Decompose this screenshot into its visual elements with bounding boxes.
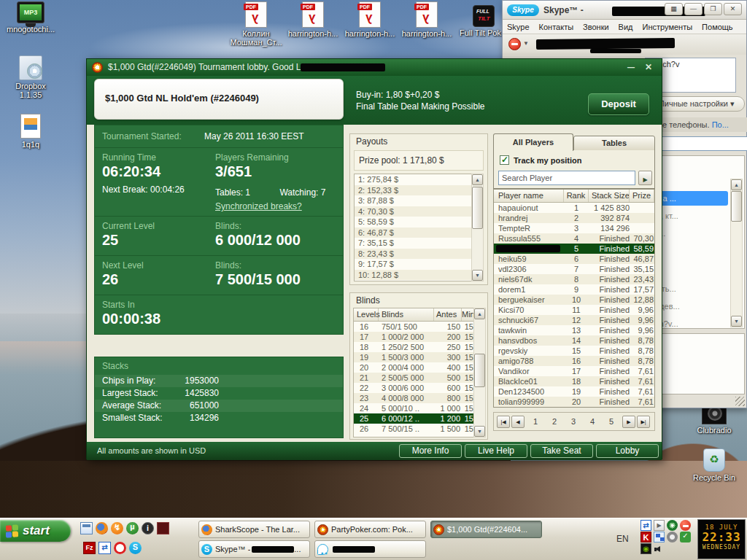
minimize-button[interactable] [625,63,637,73]
column-header-blinds[interactable]: Blinds [379,308,434,321]
blinds-row[interactable]: 25 6 000/12 .. 1 200 15 [354,413,485,424]
quick-launch-icon[interactable] [96,522,108,534]
menu-item[interactable]: Инструменты [643,20,693,34]
footer-button[interactable]: Live Help [465,444,527,458]
quick-launch-icon[interactable] [98,542,111,554]
tab-tables[interactable]: Tables [573,136,655,151]
player-row[interactable]: amigo788 16 Finished 8,78 [494,356,654,366]
phones-link[interactable]: По... [712,120,729,129]
quick-launch-icon[interactable] [157,522,169,534]
player-row[interactable]: Den1234500 19 Finished 7,61 [494,386,654,397]
player-row[interactable]: schnucki67 12 Finished 9,96 [494,315,654,325]
player-row[interactable]: vdl2306 7 Finished 35,15 [494,264,654,274]
desktop-icon[interactable]: 1q1q [3,114,58,149]
maximize-button[interactable]: ❐ [704,3,722,15]
menu-item[interactable]: Skype [507,20,530,34]
player-row[interactable]: niels67dk 8 Finished 23,43 [494,274,654,284]
column-header-rank[interactable]: Rank [564,190,589,202]
desktop-icon[interactable]: harrington-h... [398,1,455,47]
tray-icon[interactable] [640,520,651,531]
player-row[interactable]: tawkwin 13 Finished 9,96 [494,325,654,335]
player-row[interactable]: hansvdbos 14 Finished 8,78 [494,335,654,346]
blinds-row[interactable]: 21 2 500/5 000 500 15 [354,373,485,383]
page-number[interactable]: 1 [533,417,538,426]
taskbar-task-button[interactable]: $1,000 Gtd(#224604... [430,521,542,538]
column-header-player-name[interactable]: Player name [494,190,564,202]
previous-page-button[interactable] [511,416,525,428]
quick-launch-icon[interactable] [80,522,93,534]
desktop-icon[interactable]: Recycle Bin [684,446,744,482]
player-row[interactable]: 5 Finished 58,59 [494,244,654,254]
deposit-button[interactable]: Deposit [588,93,649,115]
close-button[interactable]: ✕ [724,3,742,15]
blinds-row[interactable]: 18 1 250/2 500 250 15 [354,342,485,352]
page-number[interactable]: 4 [590,417,595,426]
menu-item[interactable]: Звонки [583,20,609,34]
scrollbar-thumb[interactable] [731,191,742,222]
tray-icon[interactable] [654,520,665,531]
taskbar-task-button[interactable]: PartyPoker.com: Pok... [314,521,426,538]
tray-icon[interactable] [640,543,651,554]
column-header-antes[interactable]: Antes [434,308,462,321]
start-button[interactable]: start [0,520,71,542]
chevron-down-icon[interactable]: ▼ [523,40,529,47]
tray-icon[interactable] [640,532,651,542]
personal-settings-button[interactable]: Личные настройки ▾ [649,96,745,112]
player-row[interactable]: rgevskiy 15 Finished 8,78 [494,346,654,356]
next-page-button[interactable] [622,416,635,428]
player-row[interactable]: hrandrej 2 392 874 [494,213,654,223]
tray-icon[interactable] [654,532,665,542]
player-row[interactable]: hapauionut 1 1 425 830 [494,203,654,213]
quick-launch-icon[interactable] [142,522,154,534]
column-header-stack-size[interactable]: Stack Size [589,190,630,202]
player-row[interactable]: Kicsi70 11 Finished 9,96 [494,305,654,315]
player-row[interactable]: BlackIce01 18 Finished 7,61 [494,376,654,386]
desktop-icon[interactable]: harrington-h... [341,1,398,47]
footer-button[interactable]: Take Seat [530,444,593,458]
resize-grip[interactable] [735,397,745,406]
blinds-row[interactable]: 22 3 000/6 000 600 15 [354,383,485,393]
last-page-button[interactable] [637,416,650,428]
quick-launch-icon[interactable] [111,522,123,534]
page-number[interactable]: 2 [552,417,557,426]
scrollbar[interactable] [471,174,484,281]
search-go-button[interactable] [638,171,652,185]
taskbar-task-button[interactable]: SharkScope - The Lar... [198,521,310,538]
blinds-row[interactable]: 26 7 500/15 .. 1 500 15 [354,424,485,434]
scrollbar[interactable] [473,308,486,438]
quick-launch-icon[interactable] [114,542,126,554]
desktop-icon[interactable]: Коллин Мошман_Ст... [228,1,285,47]
blinds-row[interactable]: 19 1 500/3 000 300 15 [354,352,485,362]
tray-icon[interactable] [654,543,665,554]
footer-button[interactable]: More Info [399,444,462,458]
taskbar-task-button[interactable] [314,540,426,558]
tray-icon[interactable] [667,520,678,531]
scroll-down-button[interactable] [474,426,485,437]
quick-launch-icon[interactable] [83,542,96,554]
blinds-row[interactable]: 24 5 000/10 .. 1 000 15 [354,403,485,413]
minimize-button[interactable]: — [684,3,703,15]
desktop-icon[interactable]: mnogotochi... [3,1,58,34]
column-header-prize[interactable]: Prize [630,190,654,202]
desktop-icon[interactable]: Dropbox 1.1.35 [3,55,58,99]
close-button[interactable] [643,63,654,73]
quick-launch-icon[interactable] [129,542,142,554]
tray-icon[interactable] [680,520,691,531]
scrollbar[interactable] [730,179,743,327]
player-row[interactable]: Russula555 4 Finished 70,30 [494,233,654,244]
player-row[interactable]: tolian999999 20 Finished 7,61 [494,397,654,407]
player-row[interactable]: Vandikor 17 Finished 7,61 [494,366,654,376]
scrollbar-thumb[interactable] [472,187,483,229]
lobby-titlebar[interactable]: $1,000 Gtd(#2246049) Tournament lobby. G… [87,59,662,76]
scrollbar-thumb[interactable] [474,354,485,387]
menu-item[interactable]: Контакты [539,20,574,34]
dnd-status-icon[interactable] [508,38,521,50]
menu-item[interactable]: Помощь [702,20,733,34]
taskbar-task-button[interactable]: Skype™ - ... [198,540,310,558]
scroll-down-button[interactable] [472,270,483,281]
player-row[interactable]: heiku59 6 Finished 46,87 [494,254,654,264]
synchronized-breaks-link[interactable]: Synchronized breaks? [215,201,302,211]
blinds-row[interactable]: 20 2 000/4 000 400 15 [354,362,485,373]
search-player-input[interactable] [498,171,635,185]
tray-clock[interactable]: 18 JULY 22:33 WEDNESDAY [697,519,746,559]
